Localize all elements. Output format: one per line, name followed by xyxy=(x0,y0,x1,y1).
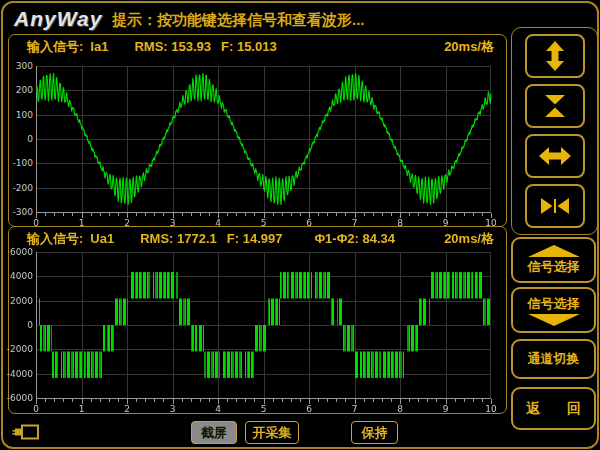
compress-vertical-icon xyxy=(540,93,570,119)
start-acquire-label: 开采集 xyxy=(253,424,292,442)
y-tick-label: 0 xyxy=(27,320,33,330)
panel-header-ia1: 输入信号: Ia1 RMS: 153.93 F: 15.013 20ms/格 xyxy=(27,38,498,55)
x-tick-label: 6 xyxy=(306,404,312,414)
x-tick-label: 5 xyxy=(261,404,267,414)
plot-area-ua1 xyxy=(36,252,492,405)
start-acquire-button[interactable]: 开采集 xyxy=(245,421,299,444)
timebase-readout: 20ms/格 xyxy=(444,38,494,56)
x-tick-label: 1 xyxy=(79,404,85,414)
y-tick-label: 100 xyxy=(16,110,33,120)
channel-switch-button[interactable]: 通道切换 xyxy=(511,339,596,379)
x-tick-label: 8 xyxy=(397,404,403,414)
signal-select-down-button[interactable]: 信号选择 xyxy=(511,287,596,333)
ua1-waveform-canvas xyxy=(36,252,492,405)
back-label-right: 回 xyxy=(567,400,581,418)
expand-vertical-icon xyxy=(543,41,567,71)
screenshot-label: 截屏 xyxy=(201,424,227,442)
signal-label: 输入信号: xyxy=(27,230,83,248)
x-tick-label: 7 xyxy=(352,404,358,414)
y-tick-label: -100 xyxy=(13,158,33,168)
waveform-panel-ua1: 输入信号: Ua1 RMS: 1772.1 F: 14.997 Φ1-Φ2: 8… xyxy=(8,226,507,414)
plot-area-ia1 xyxy=(36,66,492,219)
x-tick-label: 3 xyxy=(170,404,176,414)
y-tick-label: 200 xyxy=(16,85,33,95)
y-tick-label: 2000 xyxy=(10,296,33,306)
expand-vertical-button[interactable] xyxy=(525,34,585,78)
expand-horizontal-button[interactable] xyxy=(525,134,585,178)
x-tick-label: 2 xyxy=(124,404,130,414)
y-tick-label: 4000 xyxy=(10,271,33,281)
ia1-waveform-canvas xyxy=(36,66,492,219)
x-axis-labels: 012345678910 xyxy=(36,404,492,416)
y-tick-label: 6000 xyxy=(10,247,33,257)
anyway-logo: AnyWay xyxy=(14,7,102,31)
back-button[interactable]: 返 回 xyxy=(511,387,596,430)
signal-name: Ua1 xyxy=(90,231,114,246)
back-label-left: 返 xyxy=(526,400,540,418)
waveform-panel-ia1: 输入信号: Ia1 RMS: 153.93 F: 15.013 20ms/格 3… xyxy=(8,34,507,227)
x-tick-label: 10 xyxy=(485,404,496,414)
triangle-up-icon xyxy=(528,245,580,257)
y-tick-label: -2000 xyxy=(7,344,33,354)
y-axis-labels: 3002001000-100-200-300 xyxy=(10,66,35,212)
phase-readout: Φ1-Φ2: 84.34 xyxy=(314,231,395,246)
compress-vertical-button[interactable] xyxy=(525,84,585,128)
signal-select-label: 信号选择 xyxy=(528,258,580,276)
compress-horizontal-icon xyxy=(540,196,570,216)
y-tick-label: 300 xyxy=(16,61,33,71)
expand-horizontal-icon xyxy=(539,146,571,166)
triangle-down-icon xyxy=(528,314,580,326)
hint-text: 提示：按功能键选择信号和查看波形... xyxy=(112,11,365,30)
frequency-readout: F: 15.013 xyxy=(221,39,277,54)
y-tick-label: -200 xyxy=(13,183,33,193)
channel-switch-label: 通道切换 xyxy=(528,350,580,368)
y-axis-labels: 6000400020000-2000-4000-6000 xyxy=(10,252,35,398)
panel-header-ua1: 输入信号: Ua1 RMS: 1772.1 F: 14.997 Φ1-Φ2: 8… xyxy=(27,230,498,247)
signal-name: Ia1 xyxy=(90,39,108,54)
signal-select-label: 信号选择 xyxy=(528,295,580,313)
hold-label: 保持 xyxy=(362,424,388,442)
hold-button[interactable]: 保持 xyxy=(351,421,398,444)
analyzer-screen: AnyWay 提示：按功能键选择信号和查看波形... 输入信号: Ia1 RMS… xyxy=(0,0,600,450)
y-tick-label: 0 xyxy=(27,134,33,144)
usb-drive-icon xyxy=(12,424,40,440)
x-tick-label: 0 xyxy=(33,404,39,414)
rms-readout: RMS: 153.93 xyxy=(134,39,211,54)
y-tick-label: -6000 xyxy=(7,393,33,403)
signal-select-up-button[interactable]: 信号选择 xyxy=(511,237,596,283)
frequency-readout: F: 14.997 xyxy=(227,231,283,246)
screenshot-button[interactable]: 截屏 xyxy=(191,421,237,444)
timebase-readout: 20ms/格 xyxy=(444,230,494,248)
zoom-button-group xyxy=(511,27,598,235)
rms-readout: RMS: 1772.1 xyxy=(140,231,217,246)
x-tick-label: 4 xyxy=(215,404,221,414)
y-tick-label: -4000 xyxy=(7,369,33,379)
x-tick-label: 9 xyxy=(443,404,449,414)
compress-horizontal-button[interactable] xyxy=(525,184,585,228)
y-tick-label: -300 xyxy=(13,207,33,217)
signal-label: 输入信号: xyxy=(27,38,83,56)
